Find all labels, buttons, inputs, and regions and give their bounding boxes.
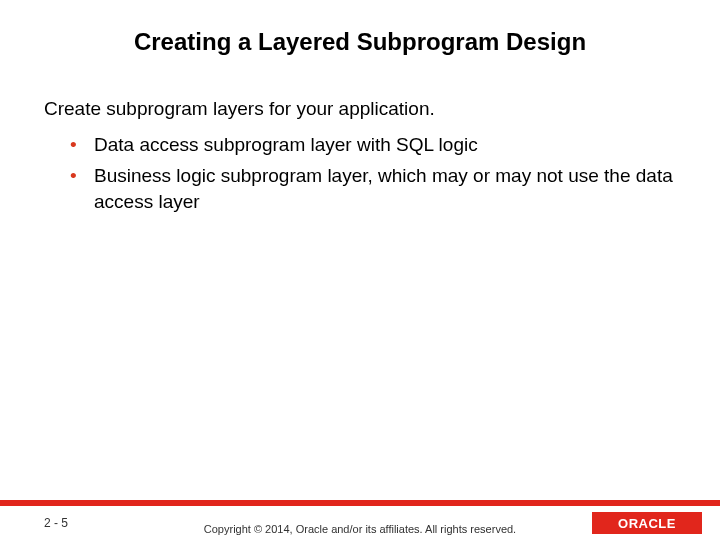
oracle-logo-text: ORACLE (618, 516, 676, 531)
slide-title: Creating a Layered Subprogram Design (0, 0, 720, 56)
lead-text: Create subprogram layers for your applic… (44, 96, 676, 122)
footer: 2 - 5 Copyright © 2014, Oracle and/or it… (0, 506, 720, 540)
slide: Creating a Layered Subprogram Design Cre… (0, 0, 720, 540)
oracle-logo: ORACLE (592, 512, 702, 534)
bullet-list: Data access subprogram layer with SQL lo… (44, 132, 676, 215)
list-item: Data access subprogram layer with SQL lo… (70, 132, 676, 158)
list-item: Business logic subprogram layer, which m… (70, 163, 676, 214)
slide-content: Create subprogram layers for your applic… (0, 56, 720, 215)
